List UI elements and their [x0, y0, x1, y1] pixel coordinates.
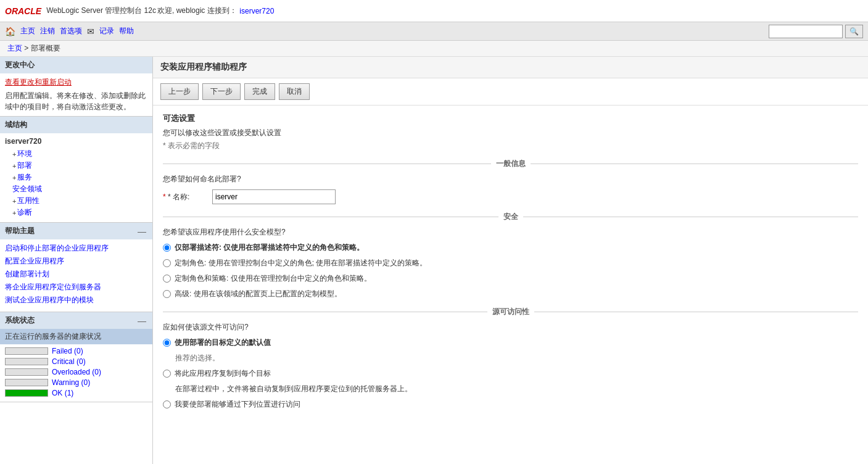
status-ok-link[interactable]: OK (1) [52, 389, 73, 397]
tree-plus-diag: + [12, 209, 16, 217]
search-button[interactable]: 🔍 [845, 25, 863, 38]
status-bar-warning [5, 379, 48, 386]
tree-item-security[interactable]: 安全领域 [12, 183, 147, 195]
status-critical-link[interactable]: Critical (0) [52, 357, 86, 366]
source-radio-group: 使用部署的目标定义的默认值 推荐的选择。 将此应用程序复制到每个目标 在部署过程… [163, 338, 858, 410]
source-radio-2[interactable] [163, 370, 171, 378]
mail-icon: ✉ [87, 27, 94, 36]
tree-link-security[interactable]: 安全领域 [12, 183, 42, 195]
name-input-container [212, 189, 858, 204]
security-opt-1: 仅部署描述符: 仅使用在部署描述符中定义的角色和策略。 [163, 242, 858, 253]
tree-link-env[interactable]: 环境 [17, 148, 32, 160]
help-links: 启动和停止部署的企业应用程序 配置企业应用程序 创建部署计划 将企业应用程序定位… [0, 239, 152, 312]
nav-home[interactable]: 主页 [20, 26, 35, 36]
search-input[interactable] [769, 25, 843, 38]
help-link-4[interactable]: 将企业应用程序定位到服务器 [5, 282, 147, 292]
app-title: WebLogic Server 管理控制台 12c [46, 6, 156, 16]
source-label-2[interactable]: 将此应用程序复制到每个目标 [175, 368, 271, 379]
general-info-label: 一般信息 [496, 159, 526, 169]
breadcrumb-current: 部署概要 [31, 44, 60, 52]
general-info-question: 您希望如何命名此部署? [163, 174, 858, 184]
deploy-desc: 在部署过程中，文件将被自动复制到应用程序要定位到的托管服务器上。 [175, 384, 858, 394]
security-label-3[interactable]: 定制角色和策略: 仅使用在管理控制台中定义的角色和策略。 [175, 273, 371, 284]
tree-item-interop[interactable]: + 互用性 [12, 195, 147, 207]
help-minimize-button[interactable]: — [136, 226, 147, 236]
security-radio-2[interactable] [163, 259, 171, 267]
breadcrumb-sep1: > [24, 44, 30, 52]
divider-line-right [531, 164, 859, 164]
status-overloaded-link[interactable]: Overloaded (0) [52, 368, 101, 376]
source-opt-1: 使用部署的目标定义的默认值 [163, 338, 858, 348]
nav-preferences[interactable]: 首选项 [60, 26, 82, 36]
finish-button[interactable]: 完成 [244, 83, 275, 100]
change-center-content: 查看更改和重新启动 启用配置编辑。将来在修改、添加或删除此域中的项目时，将自动激… [0, 73, 152, 116]
security-label: 安全 [503, 212, 518, 222]
security-radio-4[interactable] [163, 290, 171, 298]
next-button[interactable]: 下一步 [202, 83, 241, 100]
source-divider: 源可访问性 [163, 307, 858, 317]
nav-logout[interactable]: 注销 [40, 26, 55, 36]
tree-link-service[interactable]: 服务 [17, 172, 32, 183]
status-ok: OK (1) [5, 389, 147, 397]
cancel-button[interactable]: 取消 [279, 83, 310, 100]
security-radio-group: 仅部署描述符: 仅使用在部署描述符中定义的角色和策略。 定制角色: 使用在管理控… [163, 242, 858, 299]
required-note: * 表示必需的字段 [163, 141, 858, 151]
tree-link-interop[interactable]: 互用性 [17, 195, 39, 207]
security-divider-line-right [523, 217, 859, 217]
view-changes-link[interactable]: 查看更改和重新启动 [5, 77, 147, 88]
optional-settings-title: 可选设置 [163, 113, 858, 124]
status-failed-link[interactable]: Failed (0) [52, 347, 83, 355]
nav-record[interactable]: 记录 [99, 26, 114, 36]
source-label-1[interactable]: 使用部署的目标定义的默认值 [175, 338, 271, 348]
source-divider-line-left [163, 312, 487, 312]
status-running-label: 正在运行的服务器的健康状况 [0, 329, 152, 344]
help-link-3[interactable]: 创建部署计划 [5, 269, 147, 280]
security-opt-4: 高级: 使用在该领域的配置页上已配置的定制模型。 [163, 289, 858, 299]
source-radio-3[interactable] [163, 400, 171, 408]
help-link-5[interactable]: 测试企业应用程序中的模块 [5, 295, 147, 305]
content-area: 安装应用程序辅助程序 上一步 下一步 完成 取消 可选设置 您可以修改这些设置或… [153, 57, 868, 464]
change-center-desc: 启用配置编辑。将来在修改、添加或删除此域中的项目时，将自动激活这些更改。 [5, 90, 147, 112]
tree-link-diag[interactable]: 诊断 [17, 207, 32, 218]
security-divider-line-left [163, 217, 498, 217]
home-icon: 🏠 [5, 27, 15, 36]
content-header: 安装应用程序辅助程序 [153, 57, 868, 78]
security-radio-1[interactable] [163, 244, 171, 252]
required-star: * [163, 193, 168, 201]
source-label-3[interactable]: 我要使部署能够通过下列位置进行访问 [175, 399, 300, 410]
security-radio-3[interactable] [163, 275, 171, 283]
source-opt-3: 我要使部署能够通过下列位置进行访问 [163, 399, 858, 410]
top-bar: ORACLE WebLogic Server 管理控制台 12c 欢迎, web… [0, 0, 868, 22]
connected-server-link[interactable]: iserver720 [239, 7, 274, 15]
change-center-header: 更改中心 [0, 57, 152, 73]
tree-item-env[interactable]: + 环境 [12, 148, 147, 160]
connected-label: 连接到： [207, 6, 237, 16]
help-link-1[interactable]: 启动和停止部署的企业应用程序 [5, 243, 147, 254]
tree-plus-deploy: + [12, 162, 16, 170]
security-label-2[interactable]: 定制角色: 使用在管理控制台中定义的角色; 使用在部署描述符中定义的策略。 [175, 258, 427, 268]
status-bar-overloaded [5, 368, 48, 376]
wizard-buttons: 上一步 下一步 完成 取消 [153, 78, 868, 106]
tree-item-service[interactable]: + 服务 [12, 172, 147, 183]
security-label-4[interactable]: 高级: 使用在该领域的配置页上已配置的定制模型。 [175, 289, 342, 299]
status-title: 系统状态 [5, 315, 35, 326]
top-right-info: 欢迎, weblogic 连接到： iserver720 [157, 6, 274, 16]
tree-item-deploy[interactable]: + 部署 [12, 160, 147, 172]
source-radio-1[interactable] [163, 339, 171, 347]
breadcrumb-home[interactable]: 主页 [7, 44, 22, 52]
help-link-2[interactable]: 配置企业应用程序 [5, 256, 147, 267]
status-minimize-button[interactable]: — [136, 316, 147, 326]
status-warning-link[interactable]: Warning (0) [52, 378, 90, 387]
source-divider-line-right [534, 312, 859, 312]
prev-button[interactable]: 上一步 [160, 83, 199, 100]
tree-link-deploy[interactable]: 部署 [17, 160, 32, 172]
domain-server-name: iserver720 [5, 137, 147, 146]
name-input[interactable] [212, 189, 336, 204]
divider-line-left [163, 164, 491, 164]
security-label-1[interactable]: 仅部署描述符: 仅使用在部署描述符中定义的角色和策略。 [175, 242, 364, 253]
tree-item-diag[interactable]: + 诊断 [12, 207, 147, 218]
security-opt-3: 定制角色和策略: 仅使用在管理控制台中定义的角色和策略。 [163, 273, 858, 284]
status-bar-critical [5, 358, 48, 365]
nav-bar: 🏠 主页 注销 首选项 ✉ 记录 帮助 🔍 [0, 22, 868, 41]
nav-help[interactable]: 帮助 [119, 26, 134, 36]
